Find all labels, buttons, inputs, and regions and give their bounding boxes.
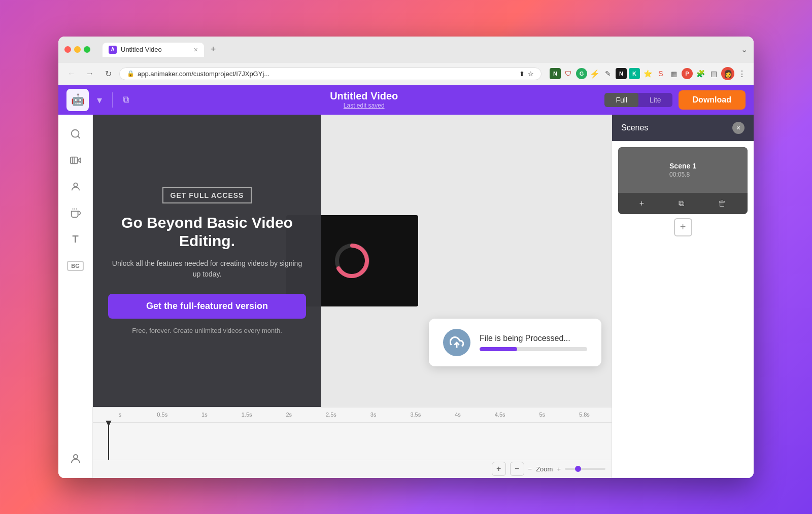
browser-menu-icon[interactable]: ⋮ bbox=[736, 68, 748, 79]
dropdown-arrow-icon[interactable]: ▾ bbox=[97, 94, 102, 106]
access-badge[interactable]: GET FULL ACCESS bbox=[162, 187, 252, 203]
url-bar[interactable]: 🔒 app.animaker.com/customproject/I7JXpGY… bbox=[119, 67, 542, 80]
scenes-close-button[interactable]: × bbox=[732, 122, 745, 134]
app-logo[interactable]: 🤖 bbox=[66, 89, 89, 111]
sidebar-text-icon[interactable]: T bbox=[64, 228, 87, 251]
processing-label: File is being Processed... bbox=[480, 334, 587, 343]
minimize-traffic-light[interactable] bbox=[74, 46, 81, 53]
full-view-button[interactable]: Full bbox=[604, 93, 638, 107]
ext-edit-icon[interactable]: ✎ bbox=[602, 68, 614, 79]
upgrade-overlay: GET FULL ACCESS Go Beyond Basic Video Ed… bbox=[93, 115, 321, 407]
svg-point-0 bbox=[71, 129, 79, 137]
tick-0.5s: 0.5s bbox=[141, 412, 183, 418]
processing-text-column: File is being Processed... bbox=[480, 334, 587, 351]
ext-puzzle2-icon[interactable]: 🧩 bbox=[695, 68, 706, 79]
tick-4.5s: 4.5s bbox=[479, 412, 521, 418]
zoom-minus-label[interactable]: − bbox=[528, 465, 532, 473]
ext-sidebar-icon[interactable]: ▤ bbox=[708, 68, 719, 79]
ext-s-icon[interactable]: S bbox=[655, 68, 666, 79]
new-tab-button[interactable]: + bbox=[206, 43, 220, 57]
scene-1-thumbnail: Scene 1 00:05.8 bbox=[618, 147, 748, 193]
ext-p-icon[interactable]: P bbox=[682, 68, 693, 79]
copy-icon[interactable]: ⧉ bbox=[123, 94, 129, 105]
timeline-bottom: + − − Zoom + bbox=[93, 460, 612, 478]
user-avatar[interactable]: 👩 bbox=[721, 67, 734, 80]
ext-shield-icon[interactable]: 🛡 bbox=[563, 68, 574, 79]
main-content: T BG GET FULL ACCESS bbox=[58, 115, 754, 478]
ext-box-icon[interactable]: ▦ bbox=[668, 68, 680, 79]
get-access-button[interactable]: Get the full-featured version bbox=[108, 294, 306, 319]
close-traffic-light[interactable] bbox=[64, 46, 71, 53]
url-text: app.animaker.com/customproject/I7JXpGYj.… bbox=[138, 70, 516, 78]
browser-window: A Untitled Video × + ⌄ ← → ↻ 🔒 app.anima… bbox=[58, 37, 754, 478]
timeline-playhead[interactable] bbox=[108, 423, 109, 460]
bookmark-icon: ☆ bbox=[528, 70, 534, 78]
maximize-traffic-light[interactable] bbox=[84, 46, 90, 53]
timeline-tracks[interactable] bbox=[93, 423, 612, 460]
progress-bar-background bbox=[480, 347, 587, 351]
sidebar-bottom bbox=[64, 448, 87, 470]
canvas-viewport: GET FULL ACCESS Go Beyond Basic Video Ed… bbox=[93, 115, 612, 407]
overlay-free-text: Free, forever. Create unlimited videos e… bbox=[132, 327, 282, 334]
scene-card-1[interactable]: Scene 1 00:05.8 + ⧉ 🗑 bbox=[618, 147, 748, 214]
sidebar-search-icon[interactable] bbox=[64, 123, 87, 145]
project-title: Untitled Video bbox=[330, 90, 398, 102]
tab-favicon: A bbox=[109, 46, 117, 54]
scene-duplicate-button[interactable]: ⧉ bbox=[674, 197, 688, 210]
app-shell: 🤖 ▾ ⧉ Untitled Video Last edit saved Ful… bbox=[58, 85, 754, 478]
last-saved-label: Last edit saved bbox=[344, 102, 385, 109]
processing-overlay: File is being Processed... bbox=[429, 319, 601, 366]
back-button[interactable]: ← bbox=[64, 66, 79, 81]
zoom-slider[interactable] bbox=[565, 468, 605, 470]
active-tab[interactable]: A Untitled Video × bbox=[103, 43, 204, 57]
tab-menu-button[interactable]: ⌄ bbox=[741, 45, 748, 54]
scenes-header: Scenes × bbox=[612, 115, 754, 141]
sidebar-props-icon[interactable] bbox=[64, 202, 87, 224]
ext-n-icon[interactable]: N bbox=[550, 68, 561, 79]
svg-point-4 bbox=[74, 183, 77, 186]
zoom-plus-label[interactable]: + bbox=[557, 465, 561, 473]
sidebar-account-icon[interactable] bbox=[64, 448, 87, 470]
bg-label: BG bbox=[67, 261, 84, 271]
tick-2s: 2s bbox=[268, 412, 310, 418]
svg-point-8 bbox=[74, 455, 78, 459]
tick-3.5s: 3.5s bbox=[394, 412, 436, 418]
svg-line-1 bbox=[78, 136, 80, 138]
forward-button[interactable]: → bbox=[83, 66, 97, 81]
timeline-add-button[interactable]: + bbox=[492, 462, 506, 476]
scenes-title: Scenes bbox=[621, 123, 648, 132]
lite-view-button[interactable]: Lite bbox=[638, 93, 672, 107]
scene-delete-button[interactable]: 🗑 bbox=[714, 197, 730, 210]
refresh-button[interactable]: ↻ bbox=[101, 66, 115, 81]
view-toggle: Full Lite bbox=[604, 93, 672, 107]
ext-lightning-icon[interactable]: ⚡ bbox=[589, 68, 600, 79]
add-scene-button[interactable]: + bbox=[674, 218, 692, 236]
lock-icon: 🔒 bbox=[127, 70, 134, 77]
tick-1.5s: 1.5s bbox=[226, 412, 268, 418]
ext-n2-icon[interactable]: N bbox=[616, 68, 627, 79]
download-button[interactable]: Download bbox=[679, 90, 746, 110]
address-bar: ← → ↻ 🔒 app.animaker.com/customproject/I… bbox=[58, 63, 754, 85]
browser-extensions: N 🛡 G ⚡ ✎ N K ⭐ S ▦ P 🧩 ▤ 👩 ⋮ bbox=[550, 67, 748, 80]
tab-title: Untitled Video bbox=[121, 46, 190, 53]
ext-puzzle-icon[interactable]: ⭐ bbox=[642, 68, 653, 79]
ext-g-icon[interactable]: G bbox=[576, 68, 587, 79]
tick-5.8s: 5.8s bbox=[563, 412, 605, 418]
zoom-label: Zoom bbox=[536, 465, 553, 473]
tab-close-button[interactable]: × bbox=[194, 46, 198, 54]
traffic-lights bbox=[64, 46, 90, 53]
scene-add-button[interactable]: + bbox=[635, 197, 648, 210]
sidebar-bg-icon[interactable]: BG bbox=[64, 255, 87, 277]
tick-s: s bbox=[99, 412, 141, 418]
timeline-minus-button[interactable]: − bbox=[510, 462, 524, 476]
zoom-controls: − Zoom + bbox=[528, 465, 605, 473]
header-center: Untitled Video Last edit saved bbox=[136, 90, 592, 109]
ext-k-icon[interactable]: K bbox=[629, 68, 640, 79]
loading-spinner bbox=[332, 241, 373, 281]
sidebar-scenes-icon[interactable] bbox=[64, 149, 87, 172]
timeline-ruler: s 0.5s 1s 1.5s 2s 2.5s 3s 3.5s 4s 4.5s 5… bbox=[93, 407, 612, 423]
upload-icon bbox=[450, 335, 464, 350]
scene-1-actions: + ⧉ 🗑 bbox=[618, 193, 748, 214]
tick-5s: 5s bbox=[521, 412, 563, 418]
sidebar-character-icon[interactable] bbox=[64, 176, 87, 198]
